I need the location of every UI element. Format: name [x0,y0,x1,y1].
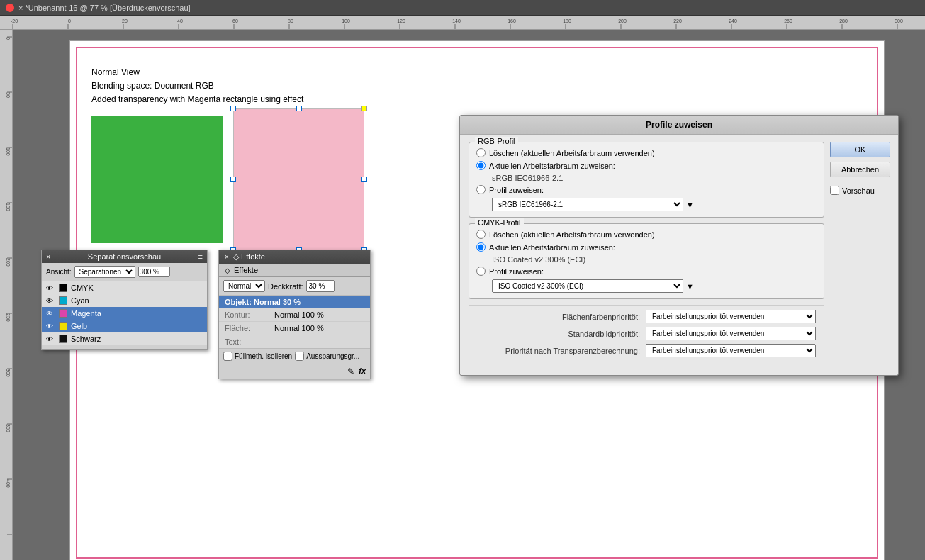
auss-checkbox[interactable] [295,352,304,361]
standard-label: Standardbildprioritöt: [477,330,640,338]
sep-layer-magenta[interactable]: 👁 Magenta [42,307,207,320]
opacity-input[interactable] [306,280,335,292]
effekte-close-icon[interactable]: × [225,253,229,261]
preview-checkbox-label[interactable]: Vorschau [830,186,890,195]
preview-label: Vorschau [842,186,875,195]
effekte-kontur-label: Kontur: [225,310,274,319]
rgb-delete-radio[interactable] [476,148,486,157]
sep-ansicht-select[interactable]: Separationen [74,266,135,278]
sep-layer-cmyk[interactable]: 👁 CMYK [42,281,207,294]
preview-row: Vorschau [830,186,890,195]
effekte-row-flaeche[interactable]: Fläche: Normal 100 % [219,322,370,335]
effekte-icon-edit[interactable]: ✎ [347,366,354,376]
rgb-assign-label: Aktuellen Arbeitsfarbraum zuweisen: [489,162,615,170]
swatch-cmyk [59,284,67,292]
sep-layer-magenta-label: Magenta [71,309,101,318]
rgb-profile-radio[interactable] [476,185,486,194]
ok-button[interactable]: OK [830,142,890,157]
dialog-title: Profile zuweisen [460,116,898,135]
cmyk-option-assign[interactable]: Aktuellen Arbeitsfarbraum zuweisen: [476,242,817,252]
rgb-profile-select[interactable]: sRGB IEC61966-2.1 [492,198,683,211]
swatch-gelb [59,322,67,330]
pink-rectangle [233,108,364,250]
handle-top-left[interactable] [230,106,236,111]
flaechen-select[interactable]: Farbeinstellungsprioritöt verwenden [646,310,816,323]
effekte-tab[interactable]: ◇ Effekte [219,264,370,277]
cmyk-profile-radio[interactable] [476,267,486,276]
cmyk-option-profile[interactable]: Profil zuweisen: [476,267,817,276]
standard-select[interactable]: Farbeinstellungsprioritöt verwenden [646,327,816,340]
doc-text-line1: Normal View [91,66,303,79]
handle-middle-left[interactable] [230,177,236,182]
effekte-section-header: Objekt: Normal 30 % [219,296,370,308]
cmyk-profile-select-row: ISO Coated v2 300% (ECI) ▼ [492,279,817,293]
cmyk-delete-radio[interactable] [476,230,486,239]
cancel-button[interactable]: Abbrechen [830,162,890,177]
eye-icon-cyan: 👁 [46,297,56,305]
cmyk-dropdown-icon: ▼ [686,282,694,291]
preview-checkbox[interactable] [830,186,839,195]
rgb-section: RGB-Profil Löschen (aktuellen Arbeitsfar… [469,142,824,218]
effekte-row-text: Text: [219,335,370,348]
bottom-section: Flächenfarbenprioritöt: Farbeinstellungs… [469,305,824,368]
sep-toolbar: Ansicht: Separationen [42,263,207,281]
flaechen-row: Flächenfarbenprioritöt: Farbeinstellungs… [477,310,816,323]
sep-layer-gelb[interactable]: 👁 Gelb [42,320,207,332]
effekte-flaeche-value: Normal 100 % [274,324,364,332]
cmyk-delete-label: Löschen (aktuellen Arbeitsfarbraum verwe… [489,230,655,239]
eye-icon-schwarz: 👁 [46,335,56,343]
close-icon[interactable] [6,4,14,12]
doc-text-line3: Added transparency with Magenta rectangl… [91,93,303,106]
transparenz-select[interactable]: Farbeinstellungsprioritöt verwenden [646,344,816,357]
rgb-option-delete[interactable]: Löschen (aktuellen Arbeitsfarbraum verwe… [476,148,817,157]
handle-top-center[interactable] [296,106,302,111]
transparenz-label: Priorität nach Transparenzberechnung: [477,347,640,355]
handle-middle-right[interactable] [361,177,367,182]
blend-mode-select[interactable]: Normal [223,280,265,292]
transparenz-row: Priorität nach Transparenzberechnung: Fa… [477,344,816,357]
effekte-panel: × ◇ Effekte ◇ Effekte Normal Deckkraft: … [218,250,371,379]
cmyk-assign-radio[interactable] [476,242,486,252]
ruler-vertical [0,30,13,560]
sep-layer-cyan[interactable]: 👁 Cyan [42,294,207,307]
sep-panel-menu-icon[interactable]: ≡ [198,252,203,261]
sep-layer-schwarz[interactable]: 👁 Schwarz [42,332,207,345]
transparenz-select-wrap: Farbeinstellungsprioritöt verwenden [646,344,816,357]
rgb-option-assign[interactable]: Aktuellen Arbeitsfarbraum zuweisen: [476,161,817,170]
effekte-icon-fx[interactable]: fx [359,366,366,376]
sep-layer-schwarz-label: Schwarz [71,335,101,343]
cmyk-section: CMYK-Profil Löschen (aktuellen Arbeitsfa… [469,223,824,299]
swatch-magenta [59,309,67,318]
eye-icon-gelb: 👁 [46,323,56,330]
pink-rectangle-container[interactable] [233,108,364,250]
effekte-row-kontur[interactable]: Kontur: Normal 100 % [219,308,370,322]
cmyk-profile-label: Profil zuweisen: [489,267,544,276]
rgb-option-profile[interactable]: Profil zuweisen: [476,185,817,194]
rgb-profile-select-row: sRGB IEC61966-2.1 ▼ [492,198,817,211]
rgb-dropdown-icon: ▼ [686,201,694,209]
doc-text-line2: Blending space: Document RGB [91,79,303,93]
sep-panel-title: × Separationsvorschau ≡ [42,250,207,263]
eye-icon-magenta: 👁 [46,310,56,318]
dialog-body: RGB-Profil Löschen (aktuellen Arbeitsfar… [460,135,898,375]
effekte-check-fuell[interactable]: Füllmeth. isolieren [223,352,292,361]
green-rectangle [91,116,223,243]
eye-icon-cmyk: 👁 [46,284,56,292]
standard-row: Standardbildprioritöt: Farbeinstellungsp… [477,327,816,340]
ruler-horizontal [0,16,925,30]
effekte-check-auss[interactable]: Aussparungsgr... [295,352,359,361]
handle-top-right[interactable] [361,106,367,111]
cmyk-section-label: CMYK-Profil [475,218,524,227]
rgb-assign-radio[interactable] [476,161,486,170]
flaechen-select-wrap: Farbeinstellungsprioritöt verwenden [646,310,816,323]
cmyk-profile-select[interactable]: ISO Coated v2 300% (ECI) [492,279,683,293]
sep-zoom-input[interactable] [138,267,170,277]
effekte-footer: Füllmeth. isolieren Aussparungsgr... [219,348,370,364]
profile-dialog: Profile zuweisen RGB-Profil Löschen (akt… [459,115,899,376]
standard-select-wrap: Farbeinstellungsprioritöt verwenden [646,327,816,340]
effekte-title: × ◇ Effekte [219,250,370,264]
sep-panel: × Separationsvorschau ≡ Ansicht: Separat… [41,250,208,350]
cmyk-option-delete[interactable]: Löschen (aktuellen Arbeitsfarbraum verwe… [476,230,817,239]
canvas-area: Normal View Blending space: Document RGB… [13,30,925,560]
fuell-checkbox[interactable] [223,352,232,361]
